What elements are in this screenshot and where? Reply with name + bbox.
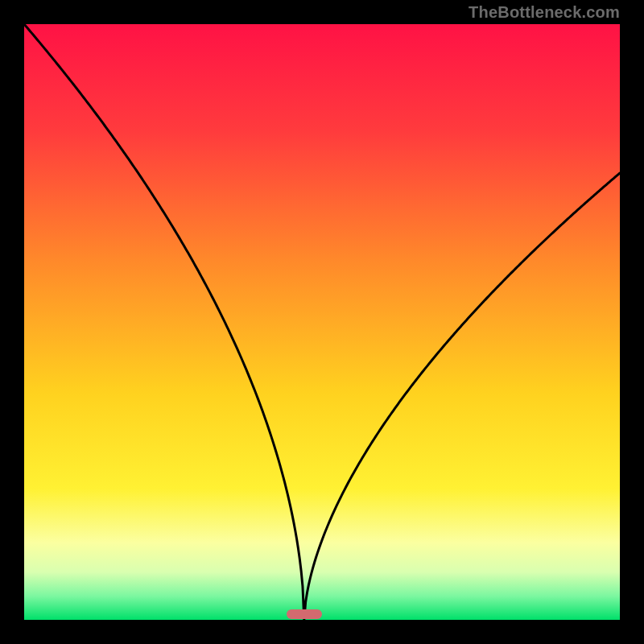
watermark-text: TheBottleneck.com bbox=[469, 3, 620, 22]
plot-area bbox=[24, 24, 620, 620]
chart-frame: TheBottleneck.com bbox=[0, 0, 644, 644]
bottleneck-curve bbox=[24, 24, 620, 620]
minimum-marker bbox=[287, 609, 322, 619]
